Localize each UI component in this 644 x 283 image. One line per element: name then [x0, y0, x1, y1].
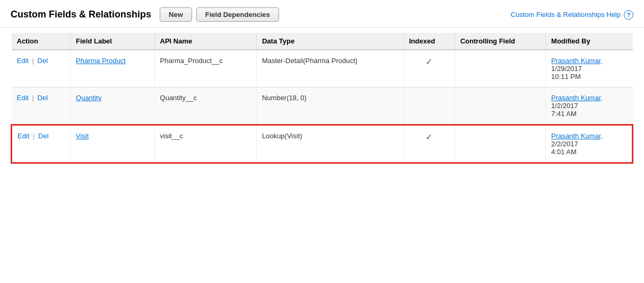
field-label-link[interactable]: Pharma Product: [76, 57, 126, 65]
del-link[interactable]: Del: [38, 94, 48, 102]
col-modified-by: Modified By: [546, 33, 633, 50]
col-api-name: API Name: [154, 33, 256, 50]
custom-fields-table-container: Action Field Label API Name Data Type In…: [0, 28, 644, 174]
api-name-cell: visit__c: [154, 125, 256, 163]
indexed-checkmark: ✓: [409, 132, 449, 142]
modified-by-link[interactable]: Prasanth Kumar,: [551, 94, 603, 102]
modified-by-cell: Prasanth Kumar,1/29/201710:11 PM: [546, 50, 633, 87]
controlling-field-cell: [455, 50, 545, 87]
field-label-cell: Quantity: [71, 87, 155, 125]
col-field-label: Field Label: [71, 33, 155, 50]
edit-link[interactable]: Edit: [17, 94, 29, 102]
col-indexed: Indexed: [404, 33, 455, 50]
modified-time: 10:11 PM: [551, 73, 581, 81]
action-cell: Edit | Del: [12, 50, 71, 87]
help-link-text: Custom Fields & Relationships Help: [511, 11, 621, 19]
modified-time: 7:41 AM: [551, 110, 577, 118]
modified-by-link[interactable]: Prasanth Kumar,: [551, 57, 603, 65]
controlling-field-cell: [455, 125, 545, 163]
action-separator: |: [30, 94, 36, 102]
data-type-cell: Lookup(Visit): [256, 125, 403, 163]
new-button[interactable]: New: [160, 7, 192, 22]
api-name-cell: Pharma_Product__c: [154, 50, 256, 87]
help-link[interactable]: Custom Fields & Relationships Help ?: [511, 10, 633, 20]
modified-time: 4:01 AM: [551, 148, 577, 156]
table-header-row: Action Field Label API Name Data Type In…: [12, 33, 633, 50]
modified-by-cell: Prasanth Kumar,1/2/20177:41 AM: [546, 87, 633, 125]
help-icon: ?: [624, 10, 633, 20]
action-cell: Edit | Del: [12, 125, 71, 163]
edit-link[interactable]: Edit: [17, 57, 29, 65]
page-title: Custom Fields & Relationships: [11, 8, 151, 21]
modified-by-link[interactable]: Prasanth Kumar,: [551, 132, 603, 140]
col-controlling-field: Controlling Field: [455, 33, 545, 50]
del-link[interactable]: Del: [38, 132, 49, 140]
field-label-cell: Pharma Product: [71, 50, 155, 87]
table-row: Edit | DelPharma ProductPharma_Product__…: [12, 50, 633, 87]
modified-date: 1/2/2017: [551, 102, 578, 110]
modified-date: 1/29/2017: [551, 65, 582, 73]
modified-by-cell: Prasanth Kumar,2/2/20174:01 AM: [546, 125, 633, 163]
indexed-cell: ✓: [404, 125, 455, 163]
indexed-cell: [404, 87, 455, 125]
col-action: Action: [12, 33, 71, 50]
action-separator: |: [30, 57, 36, 65]
api-name-cell: Quantity__c: [154, 87, 256, 125]
field-dependencies-button[interactable]: Field Dependencies: [196, 7, 279, 22]
field-label-link[interactable]: Visit: [76, 132, 89, 140]
edit-link[interactable]: Edit: [18, 132, 29, 140]
field-label-link[interactable]: Quantity: [76, 94, 101, 102]
custom-fields-table: Action Field Label API Name Data Type In…: [11, 33, 633, 164]
table-row: Edit | DelQuantityQuantity__cNumber(18, …: [12, 87, 633, 125]
action-separator: |: [31, 132, 37, 140]
indexed-checkmark: ✓: [409, 57, 449, 67]
modified-date: 2/2/2017: [551, 140, 578, 148]
controlling-field-cell: [455, 87, 545, 125]
col-data-type: Data Type: [256, 33, 403, 50]
data-type-cell: Number(18, 0): [256, 87, 403, 125]
data-type-cell: Master-Detail(Pharma Product): [256, 50, 403, 87]
indexed-cell: ✓: [404, 50, 455, 87]
field-label-cell: Visit: [71, 125, 155, 163]
del-link[interactable]: Del: [38, 57, 48, 65]
action-cell: Edit | Del: [12, 87, 71, 125]
table-row: Edit | DelVisitvisit__cLookup(Visit)✓Pra…: [12, 125, 633, 163]
